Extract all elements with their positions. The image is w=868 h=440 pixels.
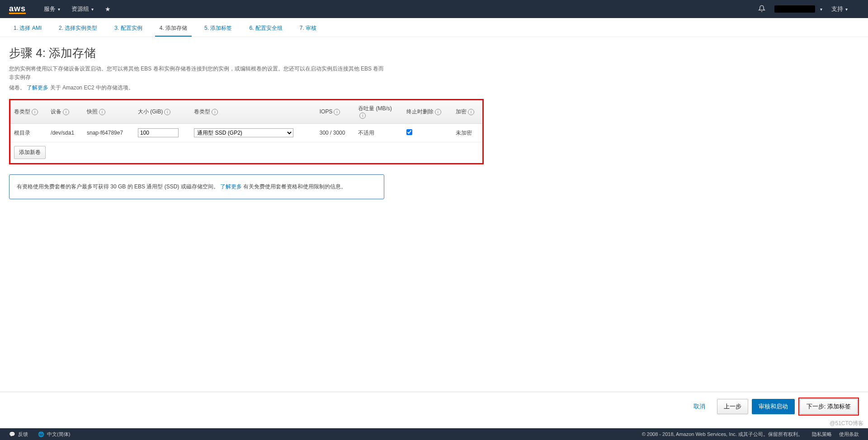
free-tier-info-panel: 有资格使用免费套餐的客户最多可获得 30 GB 的 EBS 通用型 (SSD) … (9, 174, 384, 199)
chevron-down-icon: ▾ (845, 7, 848, 12)
add-volume-button[interactable]: 添加新卷 (14, 146, 46, 159)
delete-on-termination-checkbox[interactable] (406, 129, 412, 135)
globe-icon: 🌐 (38, 431, 44, 437)
desc-suffix: 关于 Amazon EC2 中的存储选项。 (50, 84, 134, 91)
page-description-1: 您的实例将使用以下存储设备设置启动。您可以将其他 EBS 卷和实例存储卷连接到您… (9, 65, 389, 82)
next-highlight-box: 下一步: 添加标签 (798, 398, 859, 416)
wizard-step-5[interactable]: 5. 添加标签 (200, 22, 236, 37)
storage-highlight-box: 卷类型i 设备i 快照i 大小 (GiB)i 卷类型i IOPSi 吞吐量 (M… (9, 99, 484, 165)
bottom-bar: 💬 反馈 🌐 中文(简体) © 2008 - 2018, Amazon Web … (0, 428, 868, 440)
cell-iops: 300 / 3000 (316, 124, 354, 142)
cell-volume-kind: 通用型 SSD (GP2) (190, 124, 316, 142)
desc-prefix: 储卷。 (9, 84, 25, 91)
cancel-button[interactable]: 取消 (693, 403, 705, 411)
col-iops: IOPSi (316, 100, 354, 124)
volume-type-select[interactable]: 通用型 SSD (GP2) (194, 128, 293, 137)
wizard-step-4[interactable]: 4. 添加存储 (155, 22, 192, 37)
col-volume-type: 卷类型i (10, 100, 47, 124)
account-menu[interactable] (774, 5, 815, 13)
pin-icon[interactable]: ★ (105, 5, 111, 13)
support-label: 支持 (831, 5, 843, 13)
col-size: 大小 (GiB)i (134, 100, 191, 124)
page-content: 步骤 4: 添加存储 您的实例将使用以下存储设备设置启动。您可以将其他 EBS … (0, 37, 493, 207)
table-row: 根目录 /dev/sda1 snap-f64789e7 通用型 SSD (GP2… (10, 124, 482, 142)
copyright-text: © 2008 - 2018, Amazon Web Services, Inc.… (642, 431, 803, 438)
col-snapshot: 快照i (83, 100, 134, 124)
info-icon[interactable]: i (63, 109, 69, 115)
cell-snapshot: snap-f64789e7 (83, 124, 134, 142)
info-learn-more-link[interactable]: 了解更多 (220, 183, 242, 190)
chevron-down-icon: ▾ (820, 7, 822, 12)
learn-more-link[interactable]: 了解更多 (27, 84, 48, 91)
col-volume-kind: 卷类型i (190, 100, 316, 124)
cell-throughput: 不适用 (354, 124, 403, 142)
language-label: 中文(简体) (47, 431, 70, 438)
info-icon[interactable]: i (164, 109, 170, 115)
wizard-step-7[interactable]: 7. 审核 (295, 22, 321, 37)
chat-icon: 💬 (9, 431, 15, 437)
wizard-steps: 1. 选择 AMI 2. 选择实例类型 3. 配置实例 4. 添加存储 5. 添… (0, 18, 868, 37)
info-icon[interactable]: i (468, 109, 474, 115)
terms-link[interactable]: 使用条款 (839, 431, 859, 438)
chevron-down-icon: ▾ (58, 7, 60, 12)
cell-device: /dev/sda1 (47, 124, 83, 142)
cell-delete (403, 124, 452, 142)
review-launch-button[interactable]: 审核和启动 (752, 399, 795, 414)
previous-button[interactable]: 上一步 (717, 399, 748, 414)
info-icon[interactable]: i (359, 112, 366, 119)
cell-encrypt: 未加密 (452, 124, 482, 142)
page-title: 步骤 4: 添加存储 (9, 45, 484, 61)
notifications-icon[interactable] (758, 5, 765, 14)
feedback-label: 反馈 (18, 431, 28, 438)
chevron-down-icon: ▾ (91, 7, 94, 12)
feedback-link[interactable]: 💬 反馈 (9, 431, 28, 438)
info-icon[interactable]: i (435, 109, 441, 115)
info-icon[interactable]: i (99, 109, 105, 115)
language-selector[interactable]: 🌐 中文(简体) (38, 431, 70, 438)
privacy-link[interactable]: 隐私策略 (812, 431, 832, 438)
info-icon[interactable]: i (32, 109, 38, 115)
cell-size (134, 124, 191, 142)
info-text-after: 有关免费使用套餐资格和使用限制的信息。 (243, 183, 346, 190)
wizard-step-3[interactable]: 3. 配置实例 (110, 22, 146, 37)
col-encrypt: 加密i (452, 100, 482, 124)
col-throughput: 吞吐量 (MB/s)i (354, 100, 403, 124)
support-menu[interactable]: 支持 ▾ (831, 5, 848, 13)
storage-table: 卷类型i 设备i 快照i 大小 (GiB)i 卷类型i IOPSi 吞吐量 (M… (10, 100, 482, 164)
info-icon[interactable]: i (334, 109, 340, 115)
footer-actions: 取消 上一步 审核和启动 下一步: 添加标签 (0, 392, 868, 421)
next-button[interactable]: 下一步: 添加标签 (800, 399, 858, 414)
size-input[interactable] (138, 128, 179, 137)
page-description-2: 储卷。 了解更多 关于 Amazon EC2 中的存储选项。 (9, 84, 389, 92)
wizard-step-2[interactable]: 2. 选择实例类型 (54, 22, 102, 37)
info-text-before: 有资格使用免费套餐的客户最多可获得 30 GB 的 EBS 通用型 (SSD) … (17, 183, 219, 190)
services-label: 服务 (44, 5, 56, 13)
add-volume-row: 添加新卷 (10, 142, 482, 163)
top-nav: aws 服务 ▾ 资源组 ▾ ★ ▾ 支持 ▾ (0, 0, 868, 18)
aws-logo[interactable]: aws (9, 5, 26, 14)
wizard-step-1[interactable]: 1. 选择 AMI (9, 22, 46, 37)
col-device: 设备i (47, 100, 83, 124)
resource-groups-label: 资源组 (71, 5, 89, 13)
resource-groups-menu[interactable]: 资源组 ▾ (71, 5, 94, 13)
wizard-step-6[interactable]: 6. 配置安全组 (245, 22, 287, 37)
col-delete: 终止时删除i (403, 100, 452, 124)
cell-volume-type: 根目录 (10, 124, 47, 142)
services-menu[interactable]: 服务 ▾ (44, 5, 60, 13)
info-icon[interactable]: i (212, 109, 218, 115)
watermark: @51CTO博客 (830, 420, 863, 427)
